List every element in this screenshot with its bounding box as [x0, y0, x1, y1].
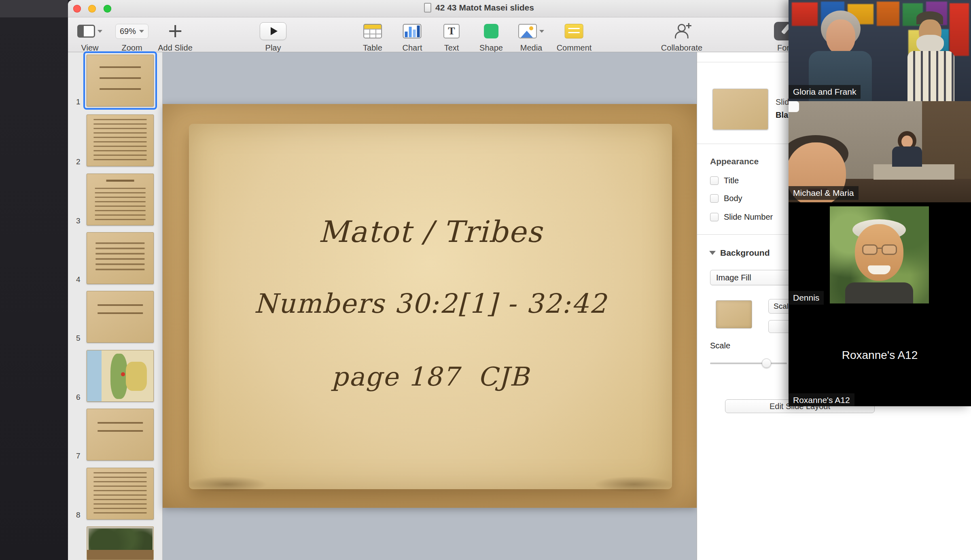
participant-video-michael-maria[interactable]: Michael & Maria [789, 101, 971, 202]
slide-number: 7 [76, 452, 81, 460]
thumbnail-canvas [87, 291, 154, 343]
background-section-header[interactable]: Background [709, 248, 770, 258]
comment-label: Comment [557, 43, 592, 53]
thumbnail-text-lines [93, 119, 146, 162]
slide-thumbnail-6[interactable]: 6 [87, 350, 154, 402]
table-icon [363, 24, 382, 38]
minimize-window-button[interactable] [88, 5, 96, 13]
slide-thumbnail-8[interactable]: 8 [87, 468, 154, 520]
thumbnail-text-lines [98, 304, 143, 320]
collaborate-icon [673, 23, 691, 39]
slide-number-checkbox-row: Slide Number [710, 212, 773, 222]
background-image-well[interactable] [716, 300, 752, 329]
slide-navigator: 1 2 3 4 5 6 [68, 52, 163, 560]
slider-thumb[interactable] [762, 358, 771, 368]
shape-label: Shape [479, 43, 503, 53]
add-slide-button[interactable]: Add Slide [158, 21, 193, 53]
media-button[interactable]: Media [518, 21, 544, 53]
parchment-paper: Matot / Tribes Numbers 30:2[1] - 32:42 p… [189, 124, 672, 489]
play-button[interactable]: Play [260, 21, 286, 53]
thumbnail-canvas [87, 55, 154, 106]
slide-thumbnail-4[interactable]: 4 [87, 232, 154, 284]
participant-video-dennis[interactable] [830, 206, 929, 303]
slide-thumbnail-1[interactable]: 1 [87, 55, 154, 106]
slide-reference-text[interactable]: Numbers 30:2[1] - 32:42 [189, 288, 672, 319]
window-title: 42 43 Matot Masei slides [424, 3, 534, 13]
glasses-left-lens [862, 244, 878, 255]
title-checkbox[interactable] [710, 176, 719, 185]
comment-button[interactable]: Comment [557, 21, 592, 53]
slide-number: 5 [76, 334, 81, 343]
participants-bottom-area: Dennis Roxanne's A12 Roxanne's A12 [789, 202, 971, 406]
view-button[interactable]: View [77, 21, 102, 53]
thumbnail-canvas [87, 409, 154, 460]
photo-ground [87, 550, 153, 560]
collaborate-label: Collaborate [661, 43, 702, 53]
scale-slider[interactable] [710, 358, 787, 369]
text-button[interactable]: T Text [443, 21, 460, 53]
thumbnail-text-lines [95, 188, 146, 220]
slide-thumbnail-5[interactable]: 5 [87, 291, 154, 343]
slide-number: 4 [76, 275, 81, 284]
disclosure-triangle-icon[interactable] [709, 251, 716, 255]
slide-layout-caption: Slid [776, 98, 789, 107]
slide-canvas[interactable]: Matot / Tribes Numbers 30:2[1] - 32:42 p… [163, 52, 697, 560]
chart-button[interactable]: Chart [403, 21, 422, 53]
scale-mode-value: Scal [774, 302, 789, 311]
body-checkbox[interactable] [710, 194, 719, 203]
zoom-call-overlay: Gloria and Frank Michael & Maria Dennis … [789, 0, 971, 406]
play-icon [271, 27, 278, 35]
body-checkbox-label: Body [724, 194, 742, 203]
man-body [845, 282, 913, 303]
table-button[interactable]: Table [363, 21, 382, 53]
current-slide[interactable]: Matot / Tribes Numbers 30:2[1] - 32:42 p… [163, 104, 697, 508]
plus-badge-icon [686, 23, 691, 28]
text-icon: T [443, 24, 460, 38]
thumbnail-canvas [87, 174, 154, 225]
slide-thumbnail-7[interactable]: 7 [87, 409, 154, 460]
chevron-down-icon [139, 30, 144, 33]
slide-title-text[interactable]: Matot / Tribes [189, 214, 672, 249]
chevron-down-icon [98, 30, 102, 33]
slide-number: 3 [76, 216, 81, 225]
slide-thumbnail-2[interactable]: 2 [87, 115, 154, 166]
shape-button[interactable]: Shape [479, 21, 503, 53]
zoom-value: 69% [120, 27, 136, 36]
man-prayer-shawl [907, 51, 954, 101]
thumbnail-canvas [87, 115, 154, 166]
document-icon [424, 3, 431, 13]
thumbnail-canvas [87, 232, 154, 284]
slide-number-checkbox[interactable] [710, 213, 719, 221]
text-label: Text [444, 43, 459, 53]
media-label: Media [520, 43, 542, 53]
fullscreen-window-button[interactable] [104, 5, 111, 13]
slide-number: 1 [76, 98, 81, 106]
slide-thumbnail-3[interactable]: 3 [87, 174, 154, 225]
participant-name-label: Roxanne's A12 [789, 393, 854, 406]
slide-number-checkbox-label: Slide Number [724, 212, 773, 222]
window-title-text: 42 43 Matot Masei slides [435, 3, 534, 13]
slide-thumbnail-9[interactable] [87, 526, 154, 560]
slide-number: 2 [76, 157, 81, 166]
table-label: Table [363, 43, 382, 53]
collaborate-button[interactable]: Collaborate [661, 21, 702, 53]
slide-page-text[interactable]: page 187 CJB [189, 362, 672, 392]
plus-icon [169, 25, 181, 37]
slide-layout-name: Bla [776, 110, 788, 120]
thumbnail-heading-line [106, 180, 134, 182]
woman-face [901, 136, 913, 148]
thumbnail-text-lines [93, 472, 146, 515]
participant-video-gloria-frank[interactable]: Gloria and Frank [789, 0, 971, 101]
title-checkbox-row: Title [710, 176, 739, 185]
chart-label: Chart [403, 43, 422, 53]
close-window-button[interactable] [73, 5, 81, 13]
woman-body [892, 146, 922, 167]
participant-name-label: Gloria and Frank [789, 85, 861, 99]
thumbnail-text-lines [95, 242, 144, 274]
zoom-dropdown[interactable]: 69% Zoom [115, 21, 148, 53]
slide-layout-thumbnail[interactable] [712, 89, 768, 130]
add-slide-label: Add Slide [158, 43, 193, 53]
participant-novideo-name: Roxanne's A12 [789, 349, 971, 362]
man-smile [868, 265, 890, 274]
thumbnail-canvas [87, 468, 154, 520]
